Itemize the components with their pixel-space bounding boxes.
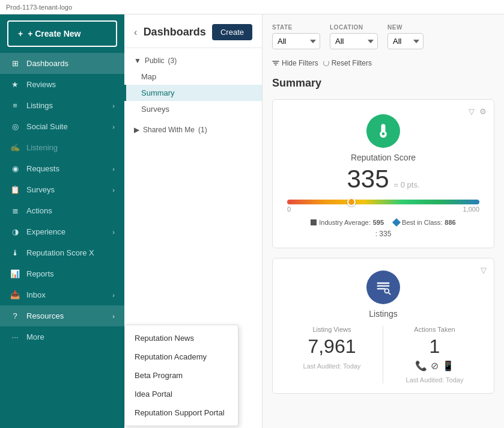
second-panel-header: ‹ Dashboards Create <box>124 14 262 48</box>
location-select[interactable]: All <box>330 33 378 49</box>
thermometer-icon <box>375 123 392 139</box>
chevron-right-icon: › <box>112 313 115 320</box>
sidebar-item-reputation-score-x[interactable]: 🌡 Reputation Score X <box>0 242 124 263</box>
resources-icon: ? <box>10 311 20 320</box>
nav-link-surveys[interactable]: Surveys <box>124 101 262 117</box>
card-filter-icon[interactable]: ▽ <box>469 107 475 116</box>
sidebar-item-listings[interactable]: ≡ Listings › <box>0 95 124 116</box>
sidebar-item-label: Reputation Score X <box>26 248 94 257</box>
dropdown-item-reputation-news[interactable]: Reputation News <box>125 329 238 347</box>
industry-label: Industry Average: <box>319 219 370 226</box>
listings-icon <box>375 279 392 296</box>
chevron-right-icon: › <box>112 102 115 109</box>
filter-actions: Hide Filters Reset Filters <box>272 59 372 67</box>
listings-divider <box>383 326 383 384</box>
sidebar-item-label: Resources <box>26 311 64 320</box>
industry-average-legend: Industry Average: 595 <box>311 219 384 226</box>
dropdown-item-beta-program[interactable]: Beta Program <box>125 366 238 385</box>
reset-filters-label: Reset Filters <box>332 59 372 67</box>
listings-card: ▽ Listings Listing Views 7,961 Last Audi… <box>272 258 494 394</box>
nav-link-summary[interactable]: Summary <box>124 85 262 101</box>
more-icon: ··· <box>10 332 20 341</box>
second-panel: ‹ Dashboards Create ▼ Public (3) Map Sum… <box>124 14 263 428</box>
sidebar-item-reports[interactable]: 📊 Reports <box>0 263 124 284</box>
gauge-legend: Industry Average: 595 Best in Class: 886 <box>282 219 484 226</box>
best-diamond-icon <box>392 218 401 227</box>
mobile-icon: 📱 <box>442 360 454 371</box>
listings-filter-icon[interactable]: ▽ <box>481 266 487 275</box>
create-new-button[interactable]: + + Create New <box>7 20 117 47</box>
sidebar-item-listening[interactable]: ✍ Listening <box>0 137 124 158</box>
location-label: LOCATION <box>330 24 378 31</box>
sidebar-item-experience[interactable]: ◑ Experience › <box>0 221 124 242</box>
sidebar-item-label: Inbox <box>26 290 46 299</box>
rep-score-title: Reputation Score <box>282 153 484 162</box>
sidebar-item-reviews[interactable]: ★ Reviews <box>0 74 124 95</box>
state-select[interactable]: All <box>272 33 320 49</box>
page-title: Summary <box>272 77 494 90</box>
sidebar: + + Create New ⊞ Dashboards ★ Reviews ≡ … <box>0 14 124 428</box>
dropdown-item-reputation-academy[interactable]: Reputation Academy <box>125 347 238 366</box>
reset-filters-button[interactable]: Reset Filters <box>323 59 372 67</box>
state-label: STATE <box>272 24 320 31</box>
chevron-right-icon: › <box>112 165 115 173</box>
sidebar-item-more[interactable]: ··· More <box>0 326 124 347</box>
public-group[interactable]: ▼ Public (3) <box>124 53 262 69</box>
hide-filters-button[interactable]: Hide Filters <box>272 59 318 67</box>
filter-icon <box>272 60 279 67</box>
shared-with-me-group[interactable]: ▶ Shared With Me (1) <box>124 122 262 138</box>
sidebar-item-resources[interactable]: ? Resources › <box>0 305 124 326</box>
sidebar-item-actions[interactable]: ≣ Actions <box>0 200 124 221</box>
actions-taken-label: Actions Taken <box>406 326 464 333</box>
sidebar-item-label: Social Suite <box>26 122 68 131</box>
rep-score-number: 335 = 0 pts. <box>282 165 484 194</box>
chevron-right-icon: › <box>112 292 115 299</box>
sidebar-item-label: Experience <box>26 227 65 236</box>
new-select[interactable]: All <box>387 33 424 49</box>
gauge-labels: 0 1,000 <box>287 206 479 213</box>
arrow-right-icon: ▶ <box>134 126 139 134</box>
location-filter: LOCATION All <box>330 24 378 49</box>
hide-filters-label: Hide Filters <box>282 59 318 67</box>
sidebar-item-requests[interactable]: ◉ Requests › <box>0 158 124 179</box>
actions-icon: ≣ <box>10 206 20 215</box>
nav-link-map[interactable]: Map <box>124 69 262 85</box>
dropdown-item-idea-portal[interactable]: Idea Portal <box>125 385 238 403</box>
sidebar-item-dashboards[interactable]: ⊞ Dashboards <box>0 53 124 74</box>
create-dashboard-button[interactable]: Create <box>212 24 252 40</box>
chevron-right-icon: › <box>112 123 115 130</box>
gauge-marker <box>347 198 356 206</box>
listings-icon-circle <box>366 271 400 304</box>
shared-label: Shared With Me <box>143 126 195 134</box>
sidebar-item-label: Listings <box>26 101 53 110</box>
actions-taken-block: Actions Taken 1 📞 ⊘ 📱 Last Audited: Toda… <box>406 326 464 384</box>
create-new-label: + Create New <box>28 29 80 38</box>
requests-icon: ◉ <box>10 164 20 173</box>
listing-views-label: Listing Views <box>303 326 361 333</box>
best-in-class-legend: Best in Class: 886 <box>393 219 456 226</box>
reputation-score-card: ▽ ⚙ Reputation Score 335 = 0 pts. 0 1,00… <box>272 99 494 248</box>
card-gear-icon[interactable]: ⚙ <box>479 107 487 116</box>
sidebar-item-social-suite[interactable]: ◎ Social Suite › <box>0 116 124 137</box>
sidebar-item-label: Actions <box>26 206 52 215</box>
sidebar-item-surveys[interactable]: 📋 Surveys › <box>0 179 124 200</box>
filters-bar: STATE All LOCATION All NEW All <box>272 24 494 67</box>
reviews-icon: ★ <box>10 80 20 89</box>
gauge-current: : 335 <box>282 230 484 238</box>
gauge-bar-container: 0 1,000 <box>287 200 479 213</box>
top-bar: Prod-1173-tenant-logo <box>0 0 504 14</box>
sidebar-item-inbox[interactable]: 📥 Inbox › <box>0 284 124 305</box>
dropdown-item-reputation-support[interactable]: Reputation Support Portal <box>125 403 238 422</box>
sidebar-item-label: Requests <box>26 164 59 173</box>
gauge-max: 1,000 <box>463 206 479 213</box>
sidebar-item-label: Listening <box>26 143 58 152</box>
best-label: Best in Class: <box>402 219 442 226</box>
reputation-score-x-icon: 🌡 <box>10 248 20 257</box>
arrow-down-icon: ▼ <box>134 57 141 65</box>
second-panel-title: Dashboards <box>144 26 206 38</box>
public-count: (3) <box>168 57 177 65</box>
chevron-right-icon: › <box>112 228 115 236</box>
inbox-icon: 📥 <box>10 290 20 299</box>
plus-icon: + <box>18 29 23 38</box>
back-button[interactable]: ‹ <box>134 27 137 38</box>
